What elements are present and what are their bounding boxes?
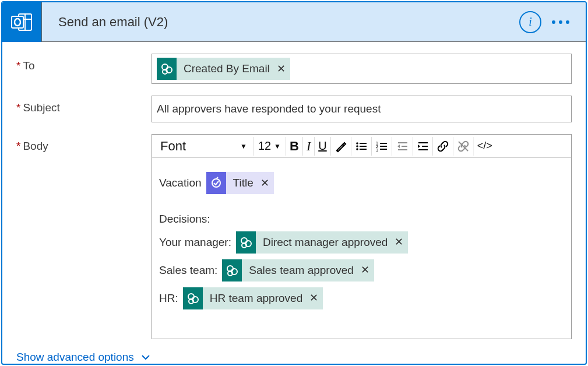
to-label: *To (16, 54, 152, 84)
body-label: *Body (16, 134, 152, 339)
svg-point-28 (212, 179, 220, 187)
bold-button[interactable]: B (286, 137, 303, 156)
svg-point-10 (356, 145, 358, 147)
info-icon[interactable]: i (519, 11, 541, 33)
dynamic-token-hr-approved[interactable]: HR team approved ✕ (183, 287, 323, 309)
dynamic-token-title[interactable]: Title ✕ (206, 172, 274, 194)
svg-text:3: 3 (376, 148, 378, 152)
sharepoint-icon (157, 58, 177, 80)
card-header: Send an email (V2) i (2, 2, 586, 42)
subject-label: *Subject (16, 96, 152, 122)
unlink-button[interactable] (453, 137, 474, 156)
body-row: *Body Font▼ 12▼ B I U (16, 134, 572, 339)
to-input[interactable]: Created By Email ✕ (152, 54, 572, 84)
body-content[interactable]: Vacation Title ✕ Decisions: (152, 158, 571, 339)
text-hr: HR: (159, 291, 178, 306)
token-label: Title (233, 175, 253, 191)
remove-token-icon[interactable]: ✕ (395, 235, 403, 249)
numbered-list-button[interactable]: 123 (372, 137, 392, 156)
remove-token-icon[interactable]: ✕ (277, 62, 286, 75)
text-vacation: Vacation (159, 175, 202, 191)
subject-text: All approvers have responded to your req… (157, 103, 381, 115)
token-label: Sales team approved (249, 263, 354, 278)
text-manager: Your manager: (159, 235, 231, 250)
token-label: HR team approved (210, 291, 302, 306)
show-advanced-options[interactable]: Show advanced options (16, 351, 150, 364)
bullet-list-button[interactable] (351, 137, 372, 156)
token-label: Direct manager approved (263, 235, 388, 250)
approvals-icon (206, 172, 226, 194)
sharepoint-icon (222, 259, 242, 281)
dynamic-token-created-by-email[interactable]: Created By Email ✕ (157, 58, 290, 80)
svg-point-9 (356, 142, 358, 145)
to-row: *To Created By Email ✕ (16, 54, 572, 84)
italic-button[interactable]: I (303, 137, 315, 156)
link-button[interactable] (433, 137, 453, 156)
chevron-down-icon (141, 353, 150, 362)
remove-token-icon[interactable]: ✕ (260, 176, 269, 190)
svg-point-11 (356, 148, 358, 150)
dynamic-token-sales-approved[interactable]: Sales team approved ✕ (222, 259, 374, 281)
action-card: Send an email (V2) i *To (1, 1, 587, 365)
remove-token-icon[interactable]: ✕ (361, 263, 369, 277)
svg-point-8 (336, 150, 338, 152)
body-editor: Font▼ 12▼ B I U (152, 134, 572, 339)
sharepoint-icon (183, 287, 203, 309)
sharepoint-icon (236, 231, 256, 254)
outlook-icon (2, 2, 42, 42)
font-select[interactable]: Font▼ (154, 137, 253, 156)
code-view-button[interactable]: </> (474, 137, 496, 156)
text-decisions: Decisions: (159, 212, 210, 227)
more-menu-icon[interactable] (552, 20, 569, 24)
subject-input[interactable]: All approvers have responded to your req… (152, 96, 572, 122)
card-title[interactable]: Send an email (V2) (42, 15, 519, 30)
indent-button[interactable] (413, 137, 433, 156)
size-select[interactable]: 12▼ (253, 137, 286, 156)
outdent-button[interactable] (392, 137, 413, 156)
dynamic-token-manager-approved[interactable]: Direct manager approved ✕ (236, 231, 408, 254)
rte-toolbar: Font▼ 12▼ B I U (152, 135, 571, 158)
underline-button[interactable]: U (315, 137, 330, 156)
card-body: *To Created By Email ✕ (2, 42, 586, 365)
text-sales: Sales team: (159, 263, 217, 278)
color-picker-button[interactable] (331, 137, 351, 156)
subject-row: *Subject All approvers have responded to… (16, 96, 572, 122)
token-label: Created By Email (184, 62, 270, 75)
remove-token-icon[interactable]: ✕ (309, 291, 318, 305)
